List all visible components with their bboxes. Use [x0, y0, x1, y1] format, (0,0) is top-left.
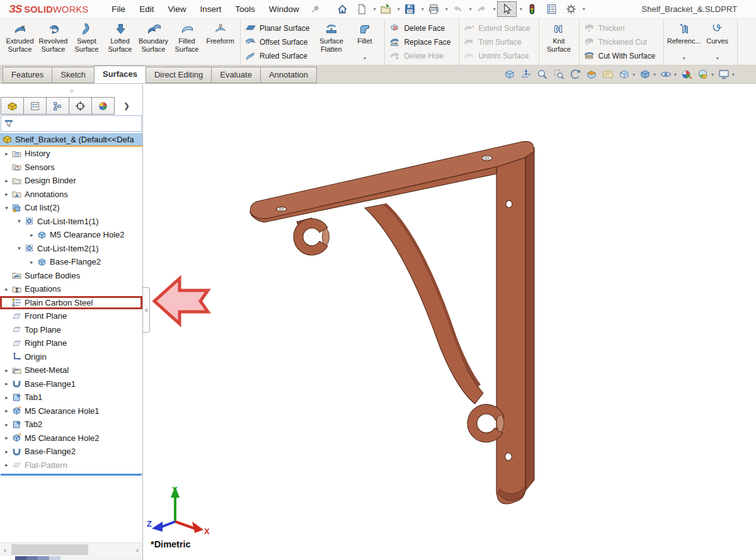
panel-tab-featuremanager[interactable] — [1, 97, 24, 115]
scroll-left-icon[interactable]: ‹ — [0, 546, 10, 554]
annotation-views-button[interactable] — [602, 68, 614, 81]
dropdown-caret-icon[interactable]: ▾ — [633, 72, 635, 77]
view-orientation-button[interactable]: ▾ — [618, 68, 635, 81]
thickened-cut-button[interactable]: Thickened Cut — [583, 35, 661, 49]
panel-expand-icon[interactable]: ❯ — [123, 101, 130, 110]
open-document-button[interactable] — [377, 1, 394, 17]
expand-arrow-icon[interactable]: ▸ — [2, 394, 11, 401]
zoom-to-area-button[interactable] — [553, 68, 565, 81]
expand-arrow-icon[interactable]: ▸ — [2, 449, 11, 455]
swept-surface-button[interactable]: SweptSurface — [70, 21, 103, 63]
tree-item-cut-list-item1-1[interactable]: ▾Cut-List-Item1(1) — [0, 215, 142, 229]
referenc-button[interactable]: Referenc...▾ — [667, 21, 701, 63]
panel-tab-configurationmanager[interactable] — [46, 97, 69, 115]
menu-file[interactable]: File — [105, 1, 132, 17]
zoom-to-fit-button[interactable] — [503, 68, 516, 81]
expand-arrow-icon[interactable]: ▾ — [14, 218, 24, 224]
panel-splitter-handle[interactable] — [143, 287, 150, 333]
home-button[interactable] — [334, 1, 351, 17]
ruled-surface-button[interactable]: Ruled Surface — [244, 49, 314, 63]
boundary-surface-button[interactable]: BoundarySurface — [137, 21, 170, 63]
dropdown-caret-icon[interactable]: ▾ — [493, 6, 496, 12]
previous-view-button[interactable] — [569, 68, 581, 81]
menu-view[interactable]: View — [161, 1, 193, 17]
replace-face-button[interactable]: Replace Face — [388, 35, 455, 49]
panel-tab-dimxpertmanager[interactable] — [69, 97, 92, 115]
rebuild-traffic-light-button[interactable] — [524, 1, 541, 17]
tab-annotation[interactable]: Annotation — [260, 67, 317, 83]
expand-arrow-icon[interactable]: ▾ — [14, 245, 24, 251]
tab-evaluate[interactable]: Evaluate — [211, 67, 260, 83]
graphics-viewport[interactable]: Y X Z *Dimetric — [143, 84, 756, 560]
dropdown-caret-icon[interactable]: ▾ — [716, 55, 719, 63]
dropdown-caret-icon[interactable]: ▾ — [398, 6, 400, 12]
tree-item-right-plane[interactable]: Right Plane — [0, 336, 142, 350]
tree-item-cut-list-2[interactable]: ▾Cut list(2) — [0, 201, 142, 215]
panel-tab-propertymanager[interactable] — [23, 97, 47, 115]
panel-top-handle[interactable] — [0, 84, 142, 97]
tree-item-m5-clearance-hole2[interactable]: ▸M5 Clearance Hole2 — [0, 431, 142, 445]
tree-item-base-flange2[interactable]: ▸Base-Flange2 — [0, 255, 142, 269]
options-gear-button[interactable] — [563, 1, 580, 17]
revolved-surface-button[interactable]: RevolvedSurface — [37, 21, 70, 63]
expand-arrow-icon[interactable]: ▾ — [2, 205, 11, 211]
shelf-bracket-model[interactable] — [143, 84, 756, 560]
scroll-thumb[interactable] — [11, 544, 88, 555]
delete-face-button[interactable]: Delete Face — [388, 21, 455, 35]
tree-item-flat-pattern[interactable]: ▸Flat-Pattern — [0, 459, 142, 472]
menu-tools[interactable]: Tools — [228, 1, 262, 17]
expand-arrow-icon[interactable]: ▸ — [2, 191, 11, 197]
lofted-surface-button[interactable]: LoftedSurface — [103, 21, 137, 63]
extend-surface-button[interactable]: Extend Surface — [462, 21, 535, 35]
tree-root-item[interactable]: Shelf_Bracket_& (Default<<Defa — [0, 133, 142, 147]
hide-show-items-button[interactable]: ▾ — [660, 68, 677, 81]
surface-flatten-button[interactable]: SurfaceFlatten — [314, 21, 348, 63]
menu-edit[interactable]: Edit — [132, 1, 161, 17]
task-pane-list-button[interactable] — [543, 1, 560, 17]
dropdown-caret-icon[interactable]: ▾ — [374, 6, 376, 12]
freeform-button[interactable]: Freeform — [203, 21, 237, 63]
expand-arrow-icon[interactable]: ▸ — [27, 259, 37, 265]
curves-button[interactable]: Curves▾ — [701, 21, 734, 63]
expand-arrow-icon[interactable]: ▸ — [2, 408, 11, 414]
tree-item-equations[interactable]: ▸ΣEquations — [0, 282, 142, 296]
expand-arrow-icon[interactable]: ▸ — [2, 367, 11, 374]
fillet-button[interactable]: Fillet▾ — [348, 21, 381, 63]
tree-item-cut-list-item2-1[interactable]: ▾Cut-List-Item2(1) — [0, 242, 142, 256]
expand-arrow-icon[interactable]: ▸ — [2, 462, 11, 468]
delete-hole-button[interactable]: Delete Hole — [388, 49, 455, 63]
tree-item-tab2[interactable]: ▸Tab2 — [0, 418, 142, 431]
dropdown-caret-icon[interactable]: ▾ — [732, 72, 735, 77]
tab-surfaces[interactable]: Surfaces — [94, 66, 146, 83]
expand-arrow-icon[interactable]: ▸ — [2, 380, 11, 387]
expand-arrow-icon[interactable]: ▸ — [2, 151, 11, 157]
trim-surface-button[interactable]: Trim Surface — [462, 35, 535, 49]
dropdown-caret-icon[interactable]: ▾ — [421, 6, 424, 12]
tree-item-design-binder[interactable]: ▸Design Binder — [0, 174, 142, 188]
dropdown-caret-icon[interactable]: ▾ — [711, 72, 714, 77]
menu-window[interactable]: Window — [262, 1, 306, 17]
tree-item-tab1[interactable]: ▸Tab1 — [0, 391, 142, 404]
tab-sketch[interactable]: Sketch — [52, 67, 94, 83]
dropdown-caret-icon[interactable]: ▾ — [364, 55, 366, 63]
knit-surface-button[interactable]: KnitSurface — [542, 21, 576, 63]
expand-arrow-icon[interactable]: ▸ — [2, 435, 11, 441]
normal-to-button[interactable] — [520, 68, 532, 81]
pin-toolbar-icon[interactable] — [310, 4, 320, 14]
expand-arrow-icon[interactable]: ▸ — [27, 232, 37, 238]
section-view-button[interactable] — [585, 68, 598, 81]
dropdown-caret-icon[interactable]: ▾ — [683, 55, 685, 63]
rollback-bar[interactable] — [1, 474, 142, 476]
redo-button[interactable] — [473, 1, 490, 17]
tree-item-base-flange1[interactable]: ▸Base-Flange1 — [0, 377, 142, 391]
tree-item-m5-clearance-hole2[interactable]: ▸M5 Clearance Hole2 — [0, 228, 142, 242]
panel-tab-displaymanager[interactable] — [91, 97, 115, 115]
select-cursor-button[interactable] — [497, 1, 517, 17]
tree-item-history[interactable]: ▸History — [0, 147, 142, 161]
tree-item-base-flange2[interactable]: ▸Base-Flange2 — [0, 445, 142, 459]
tree-item-front-plane[interactable]: Front Plane — [0, 309, 142, 323]
tab-features[interactable]: Features — [3, 67, 52, 83]
dropdown-caret-icon[interactable]: ▾ — [653, 72, 656, 77]
tree-item-sensors[interactable]: Sensors — [0, 161, 142, 174]
dropdown-caret-icon[interactable]: ▾ — [445, 6, 448, 12]
